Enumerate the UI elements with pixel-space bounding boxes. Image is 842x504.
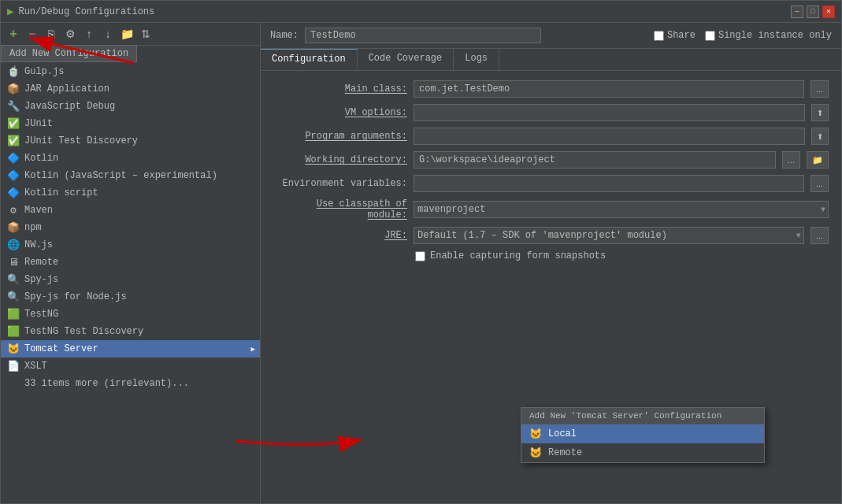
move-down-button[interactable]: ↓ [100,26,116,42]
run-icon: ▶ [7,5,13,18]
list-item-label: Gulp.js [24,66,64,77]
maximize-button[interactable]: □ [807,6,819,18]
list-item-tomcat[interactable]: 🐱Tomcat Server [1,340,260,358]
list-item-testngdisco[interactable]: 🟩TestNG Test Discovery [1,323,260,340]
list-item-npm[interactable]: 📦npm [1,219,260,236]
add-button[interactable]: + [6,26,21,42]
add-tooltip: Add New Configuration [1,45,137,62]
junit-icon: ✅ [7,117,20,130]
jre-row: JRE: Default (1.7 – SDK of 'mavenproject… [273,227,829,244]
list-item-remote[interactable]: 🖥Remote [1,254,260,271]
main-class-btn[interactable]: ... [810,80,829,98]
submenu-local-item[interactable]: 🐱 Local [521,424,764,443]
classpath-select[interactable]: mavenproject [414,201,829,218]
main-class-input[interactable] [414,80,804,98]
snapshots-checkbox[interactable] [415,251,425,261]
list-item-kotlinscript[interactable]: 🔷Kotlin script [1,184,260,202]
list-item-label: 33 items more (irrelevant)... [24,378,189,389]
tab-code-coverage[interactable]: Code Coverage [358,49,454,70]
remote-icon: 🖥 [7,256,20,269]
list-item-label: Kotlin (JavaScript – experimental) [24,170,217,181]
tabs-bar: ConfigurationCode CoverageLogs [261,49,841,71]
list-item-more[interactable]: 33 items more (irrelevant)... [1,375,260,392]
submenu-remote-item[interactable]: 🐱 Remote [521,443,764,462]
tab-logs[interactable]: Logs [454,49,499,70]
remove-button[interactable]: – [24,26,40,42]
single-instance-checkbox[interactable] [705,31,715,41]
list-item-label: TestNG Test Discovery [24,326,143,337]
remote-icon: 🐱 [529,447,542,459]
jre-label: JRE: [273,230,407,241]
share-option: Share [654,30,695,41]
list-item-junitdisco[interactable]: ✅JUnit Test Discovery [1,132,260,150]
list-item-jsdebug[interactable]: 🔧JavaScript Debug [1,98,260,115]
env-vars-label: Environment variables: [273,178,407,189]
classpath-row: Use classpath of module: mavenproject ▼ [273,198,829,220]
list-item-testng[interactable]: 🟩TestNG [1,306,260,323]
list-item-spyjsnode[interactable]: 🔍Spy-js for Node.js [1,288,260,306]
tab-configuration[interactable]: Configuration [261,49,358,70]
submenu-local-label: Local [548,428,577,439]
local-icon: 🐱 [529,428,542,440]
list-item-xslt[interactable]: 📄XSLT [1,358,260,375]
sort-button[interactable]: ⇅ [138,26,154,42]
list-item-gulp[interactable]: 🍵Gulp.js [1,63,260,80]
working-dir-folder-btn[interactable]: 📁 [807,151,829,169]
jre-select-wrapper: Default (1.7 – SDK of 'mavenproject' mod… [414,227,804,244]
title-bar: ▶ Run/Debug Configurations ─ □ ✕ [1,1,841,23]
more-icon [7,377,20,390]
share-label: Share [667,30,695,41]
name-bar: Name: Share Single instance only [261,23,841,49]
copy-button[interactable]: ⎘ [43,26,59,42]
xslt-icon: 📄 [7,360,20,372]
list-item-maven[interactable]: ⚙Maven [1,202,260,219]
minimize-button[interactable]: ─ [791,6,803,18]
kotlin-icon: 🔷 [7,152,20,165]
list-item-kotlin[interactable]: 🔷Kotlin [1,150,260,167]
list-item-kotlinjs[interactable]: 🔷Kotlin (JavaScript – experimental) [1,167,260,184]
junitdisco-icon: ✅ [7,135,20,147]
gulp-icon: 🍵 [7,65,20,78]
single-instance-option: Single instance only [705,30,832,41]
program-args-row: Program arguments: ⬆ [273,128,829,145]
list-item-label: Maven [24,205,53,216]
jsdebug-icon: 🔧 [7,100,20,113]
list-item-label: TestNG [24,309,58,320]
list-item-label: JAR Application [24,83,109,94]
top-right-options: Share Single instance only [654,30,832,41]
program-args-input[interactable] [414,128,805,145]
list-item-label: JavaScript Debug [24,101,115,112]
snapshots-row: Enable capturing form snapshots [273,250,829,261]
tomcat-submenu: Add New 'Tomcat Server' Configuration 🐱 … [521,407,765,463]
folder-button[interactable]: 📁 [119,26,135,42]
main-content: + – ⎘ ⚙ ↑ ↓ 📁 ⇅ Add New Configuration 🌱G… [1,23,841,503]
move-up-button[interactable]: ↑ [81,26,97,42]
submenu-remote-label: Remote [548,447,582,458]
vm-options-input[interactable] [414,104,805,121]
jre-select[interactable]: Default (1.7 – SDK of 'mavenproject' mod… [414,227,804,244]
working-dir-input[interactable] [414,151,776,169]
nwjs-icon: 🌐 [7,239,20,251]
config-area: Main class: ... VM options: ⬆ Program ar… [261,71,841,271]
list-item-jar[interactable]: 📦JAR Application [1,80,260,98]
right-panel: Name: Share Single instance only Configu… [261,23,841,503]
program-args-expand-btn[interactable]: ⬆ [811,128,829,145]
list-item-label: Remote [24,257,58,268]
tomcat-icon: 🐱 [7,343,20,355]
env-vars-btn[interactable]: ... [810,175,829,192]
list-item-spyjs[interactable]: 🔍Spy-js [1,271,260,288]
env-vars-input[interactable] [414,175,804,192]
kotlinjs-icon: 🔷 [7,169,20,182]
jre-btn[interactable]: ... [810,227,829,244]
working-dir-btn[interactable]: ... [782,151,800,169]
list-item-junit[interactable]: ✅JUnit [1,115,260,132]
list-item-nwjs[interactable]: 🌐NW.js [1,236,260,254]
settings-button[interactable]: ⚙ [62,26,78,42]
name-label: Name: [270,30,299,41]
vm-options-expand-btn[interactable]: ⬆ [811,104,829,121]
name-input[interactable] [305,28,541,43]
share-checkbox[interactable] [654,31,664,41]
main-class-label: Main class: [273,83,407,94]
snapshots-label: Enable capturing form snapshots [430,250,606,261]
close-button[interactable]: ✕ [822,6,835,18]
